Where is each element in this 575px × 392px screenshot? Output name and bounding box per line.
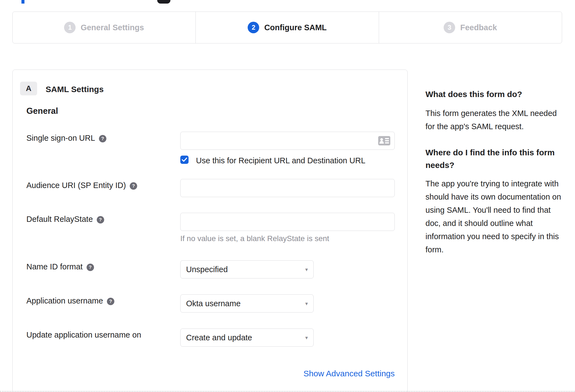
help-sidebar: What does this form do? This form genera… — [425, 90, 567, 256]
audience-uri-label: Audience URI (SP Entity ID)? — [26, 181, 137, 190]
sso-url-label: Single sign-on URL? — [26, 134, 106, 143]
name-id-format-help-icon[interactable]: ? — [87, 264, 94, 271]
step-3-label: Feedback — [460, 23, 497, 32]
sidebar-paragraph-1-line: for the app's SAML request. — [425, 120, 567, 133]
update-username-select[interactable]: Create and update ▾ — [180, 328, 314, 347]
group-title-general: General — [26, 106, 58, 116]
name-id-format-label: Name ID format? — [26, 262, 94, 271]
name-id-format-select[interactable]: Unspecified ▾ — [180, 260, 314, 278]
sidebar-question-1: What does this form do? — [425, 90, 567, 99]
step-1-number: 1 — [64, 22, 76, 33]
step-general-settings[interactable]: 1 General Settings — [13, 12, 195, 43]
checkmark-icon — [182, 158, 187, 162]
application-username-value: Okta username — [186, 299, 240, 308]
step-3-number: 3 — [444, 22, 455, 33]
audience-uri-help-icon[interactable]: ? — [130, 182, 137, 190]
relay-state-help-icon[interactable]: ? — [97, 216, 104, 223]
use-for-recipient-label: Use this for Recipient URL and Destinati… — [196, 156, 365, 165]
sidebar-paragraph-2-line: doc, and it should outline what — [425, 217, 567, 230]
section-a-badge: A — [20, 82, 37, 95]
sidebar-paragraph-2-line: should have its own documentation on — [425, 190, 567, 203]
sso-url-input[interactable] — [180, 132, 395, 150]
sidebar-paragraph-2-line: using SAML. You'll need to find that — [425, 203, 567, 217]
sso-url-help-icon[interactable]: ? — [99, 135, 106, 142]
update-username-label: Update application username on — [26, 330, 141, 339]
sidebar-question-2: Where do I find the info this formneeds? — [425, 146, 567, 172]
section-title: SAML Settings — [46, 85, 104, 94]
wizard-stepper: 1 General Settings 2 Configure SAML 3 Fe… — [12, 12, 562, 43]
step-1-label: General Settings — [81, 23, 144, 32]
sidebar-paragraph-2-line: form. — [425, 243, 567, 256]
step-2-number: 2 — [248, 22, 259, 33]
sidebar-paragraph-2-line: information you need to specify in this — [425, 230, 567, 243]
relay-state-input[interactable] — [180, 213, 395, 231]
show-advanced-settings-link[interactable]: Show Advanced Settings — [180, 369, 395, 378]
chevron-down-icon: ▾ — [305, 300, 308, 307]
chevron-down-icon: ▾ — [305, 266, 308, 273]
chevron-down-icon: ▾ — [305, 335, 308, 341]
application-username-select[interactable]: Okta username ▾ — [180, 294, 314, 313]
step-configure-saml[interactable]: 2 Configure SAML — [195, 12, 378, 43]
sidebar-paragraph-2-line: The app you're trying to integrate with — [425, 177, 567, 190]
relay-state-helper-text: If no value is set, a blank RelayState i… — [180, 234, 329, 243]
cutoff-app-icon-fragment — [157, 0, 170, 4]
update-username-value: Create and update — [186, 333, 252, 342]
use-for-recipient-checkbox[interactable] — [180, 156, 189, 164]
audience-uri-input[interactable] — [180, 179, 395, 197]
relay-state-label: Default RelayState? — [26, 215, 104, 224]
cutoff-logo-fragment — [21, 0, 24, 4]
application-username-label: Application username? — [26, 296, 114, 305]
sidebar-paragraph-1-line: This form generates the XML needed — [425, 107, 567, 120]
step-feedback[interactable]: 3 Feedback — [379, 12, 562, 43]
saml-settings-panel: A SAML Settings General Single sign-on U… — [12, 70, 408, 392]
name-id-format-value: Unspecified — [186, 265, 228, 274]
application-username-help-icon[interactable]: ? — [107, 298, 114, 305]
step-2-label: Configure SAML — [264, 23, 327, 32]
address-card-icon — [378, 136, 390, 145]
cutoff-bottom-divider — [0, 391, 575, 392]
